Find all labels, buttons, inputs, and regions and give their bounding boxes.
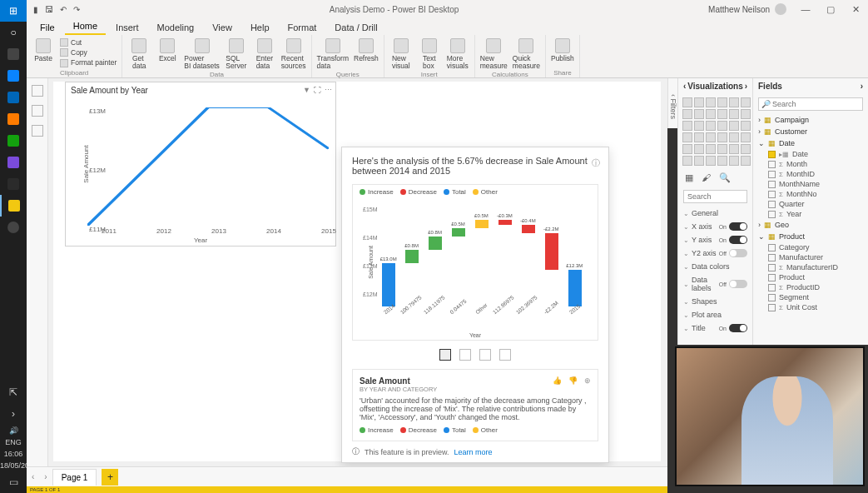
format-row-general[interactable]: ⌄General: [678, 207, 752, 220]
insight-info-icon[interactable]: ⓘ: [592, 157, 600, 169]
report-canvas[interactable]: Sale Amount by Year ▼ ⛶ ⋯ Sale Amount £1…: [48, 78, 667, 466]
chevron-right-icon[interactable]: ›: [745, 82, 747, 91]
taskbar-app-5[interactable]: [0, 130, 27, 152]
viz-type-icon[interactable]: [694, 156, 704, 166]
table-product[interactable]: ⌄▦Product: [753, 231, 868, 242]
tab-help[interactable]: Help: [242, 20, 278, 35]
format-row-y-axis[interactable]: ⌄Y axisOn: [678, 233, 752, 246]
viz-type-icon[interactable]: [741, 156, 751, 166]
report-view-icon[interactable]: [32, 85, 43, 97]
ribbon-enter-data[interactable]: Enterdata: [253, 37, 276, 71]
viz-type-icon[interactable]: [741, 121, 751, 131]
data-view-icon[interactable]: [32, 105, 43, 117]
tab-data-drill[interactable]: Data / Drill: [326, 20, 385, 35]
viz-type-icon[interactable]: [682, 97, 692, 107]
focus-icon[interactable]: ⛶: [314, 86, 321, 94]
field-year[interactable]: ΣYear: [753, 209, 868, 219]
field-unit cost[interactable]: ΣUnit Cost: [753, 302, 868, 312]
ribbon-power-bi-datasets[interactable]: PowerBI datasets: [184, 37, 220, 71]
viz-type-icon[interactable]: [694, 121, 704, 131]
user-avatar-icon[interactable]: [775, 3, 786, 15]
insight-type-scatter-icon[interactable]: [459, 349, 471, 361]
viz-type-icon[interactable]: [694, 109, 704, 119]
format-row-x-axis[interactable]: ⌄X axisOn: [678, 220, 752, 233]
copy-button[interactable]: Copy: [60, 48, 117, 57]
taskbar-app-2[interactable]: [0, 65, 27, 87]
tab-modeling[interactable]: Modeling: [149, 20, 203, 35]
table-customer[interactable]: ›▦Customer: [753, 126, 868, 137]
viz-type-icon[interactable]: [706, 109, 716, 119]
viz-type-icon[interactable]: [717, 156, 727, 166]
add-page-button[interactable]: +: [102, 469, 118, 486]
page-next-button[interactable]: ›: [39, 472, 52, 481]
qat-save-icon[interactable]: 🖫: [45, 5, 53, 14]
field-monthno[interactable]: ΣMonthNo: [753, 189, 868, 199]
viz-type-icon[interactable]: [741, 109, 751, 119]
insight-type-waterfall-icon[interactable]: [439, 349, 451, 361]
field-productid[interactable]: ΣProductID: [753, 282, 868, 292]
chevron-right-icon[interactable]: ›: [861, 82, 863, 91]
viz-type-icon[interactable]: [694, 144, 704, 154]
field-category[interactable]: Category: [753, 242, 868, 252]
format-row-y2-axis[interactable]: ⌄Y2 axisOff: [678, 246, 752, 260]
format-row-shapes[interactable]: ⌄Shapes: [678, 295, 752, 308]
field-monthid[interactable]: ΣMonthID: [753, 169, 868, 179]
field-date[interactable]: ▸▦Date: [753, 149, 868, 159]
ribbon-transform-data[interactable]: Transformdata: [317, 37, 349, 71]
taskbar-app-6[interactable]: [0, 152, 27, 173]
thumbs-down-icon[interactable]: 👎: [568, 376, 578, 385]
paste-button[interactable]: Paste: [32, 37, 55, 69]
taskbar-powerbi[interactable]: [0, 195, 27, 217]
viz-type-icon[interactable]: [694, 97, 704, 107]
ribbon-sql-server[interactable]: SQLServer: [225, 37, 248, 71]
taskbar-app-7[interactable]: [0, 173, 27, 195]
viz-type-icon[interactable]: [706, 121, 716, 131]
page-tab[interactable]: Page 1: [52, 469, 97, 486]
taskbar-tray-chevron[interactable]: ›: [0, 403, 27, 425]
viz-type-icon[interactable]: [717, 97, 727, 107]
fields-well-icon[interactable]: ▦: [685, 172, 693, 183]
close-button[interactable]: ✕: [843, 4, 868, 15]
viz-type-icon[interactable]: [682, 121, 692, 131]
field-product[interactable]: Product: [753, 272, 868, 282]
ribbon-new-measure[interactable]: Newmeasure: [480, 37, 508, 71]
ribbon-quick-measure[interactable]: Quickmeasure: [513, 37, 540, 71]
viz-type-icon[interactable]: [706, 156, 716, 166]
taskbar-app-8[interactable]: [0, 217, 27, 238]
table-geo[interactable]: ›▦Geo: [753, 219, 868, 231]
viz-type-icon[interactable]: [729, 97, 739, 107]
viz-type-icon[interactable]: [729, 132, 739, 142]
insight-more-icon[interactable]: ⊕: [584, 376, 591, 385]
ribbon-new-visual[interactable]: Newvisual: [389, 37, 413, 71]
more-icon[interactable]: ⋯: [325, 86, 332, 94]
ribbon-more-visuals[interactable]: Morevisuals: [446, 37, 469, 71]
format-row-data-labels[interactable]: ⌄Data labelsOff: [678, 273, 752, 295]
viz-type-icon[interactable]: [717, 109, 727, 119]
format-row-title[interactable]: ⌄TitleOn: [678, 321, 752, 335]
page-surface[interactable]: Sale Amount by Year ▼ ⛶ ⋯ Sale Amount £1…: [53, 82, 661, 461]
ribbon-refresh[interactable]: Refresh: [354, 37, 379, 71]
ribbon-text-box[interactable]: Textbox: [418, 37, 441, 71]
ribbon-publish[interactable]: Publish: [551, 37, 574, 69]
minimize-button[interactable]: —: [793, 4, 818, 14]
ribbon-recent-sources[interactable]: Recentsources: [281, 37, 306, 71]
insight-type-ribbons-icon[interactable]: [499, 349, 511, 361]
viz-type-icon[interactable]: [729, 109, 739, 119]
qat-undo-icon[interactable]: ↶: [60, 5, 67, 14]
thumbs-up-icon[interactable]: 👍: [553, 376, 562, 385]
lang-indicator[interactable]: ENG: [0, 436, 27, 448]
viz-type-icon[interactable]: [729, 121, 739, 131]
start-button[interactable]: ⊞: [0, 0, 27, 22]
field-monthname[interactable]: MonthName: [753, 179, 868, 189]
cut-button[interactable]: Cut: [60, 38, 117, 47]
format-row-plot-area[interactable]: ⌄Plot area: [678, 308, 752, 321]
table-date[interactable]: ⌄▦Date: [753, 137, 868, 149]
field-segment[interactable]: Segment: [753, 292, 868, 302]
field-quarter[interactable]: Quarter: [753, 199, 868, 209]
viz-type-icon[interactable]: [706, 97, 716, 107]
viz-type-icon[interactable]: [741, 97, 751, 107]
volume-icon[interactable]: 🔊: [0, 425, 27, 436]
viz-type-icon[interactable]: [682, 132, 692, 142]
chevron-left-icon[interactable]: ‹: [683, 82, 686, 91]
taskbar-app-4[interactable]: [0, 108, 27, 130]
